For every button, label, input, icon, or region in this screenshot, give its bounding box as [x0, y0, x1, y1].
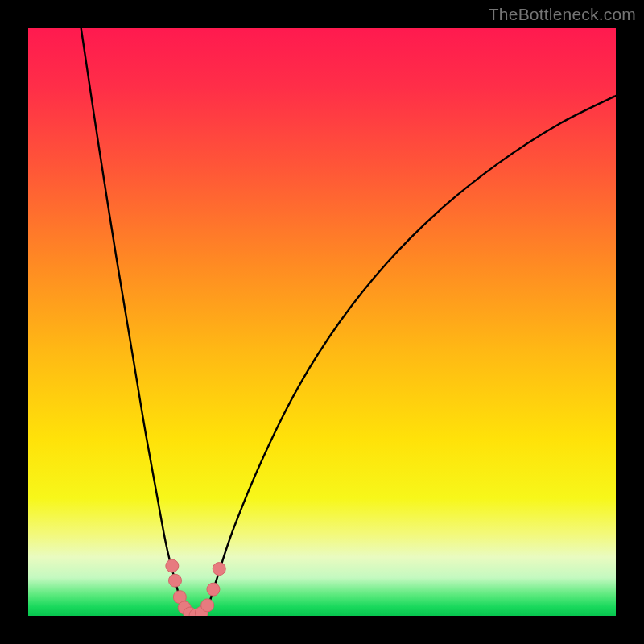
- plot-area: [28, 28, 616, 616]
- marker-dot: [169, 574, 182, 587]
- curve-right-branch: [199, 96, 616, 616]
- marker-dot: [213, 563, 225, 576]
- marker-group: [166, 559, 225, 616]
- marker-dot: [166, 559, 179, 572]
- marker-dot: [201, 599, 214, 612]
- curve-layer: [28, 28, 616, 616]
- chart-frame: TheBottleneck.com: [0, 0, 644, 644]
- curve-left-branch: [81, 28, 199, 616]
- watermark-text: TheBottleneck.com: [489, 5, 636, 24]
- marker-dot: [207, 583, 220, 596]
